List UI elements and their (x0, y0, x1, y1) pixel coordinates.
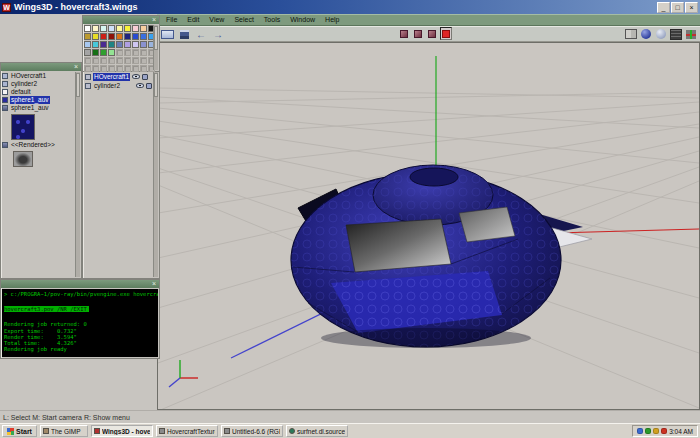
taskbar-button[interactable]: Untitled-6.6 (RGB, 1 lay... (221, 425, 283, 437)
palette-window-header[interactable]: × (83, 16, 159, 24)
lock-icon[interactable] (142, 74, 148, 80)
palette-empty-cell[interactable] (116, 49, 123, 56)
palette-empty-cell[interactable] (116, 65, 123, 72)
palette-swatch[interactable] (92, 33, 99, 40)
menu-item-select[interactable]: Select (229, 14, 258, 25)
edge-mode-icon[interactable] (412, 27, 424, 40)
console-window-header[interactable]: × (1, 280, 159, 288)
outliner-item[interactable]: cylinder2 (2, 80, 74, 88)
texture-thumbnail[interactable] (11, 114, 35, 140)
palette-swatch[interactable] (100, 25, 107, 32)
taskbar-button[interactable]: surfnet.dl.sourceforge.n... (286, 425, 348, 437)
close-icon[interactable]: × (150, 17, 158, 24)
palette-swatch[interactable] (124, 41, 131, 48)
palette-empty-cell[interactable] (132, 65, 139, 72)
palette-swatch[interactable] (108, 33, 115, 40)
viewport-canvas[interactable] (158, 43, 699, 409)
menu-item-help[interactable]: Help (320, 14, 344, 25)
palette-swatch[interactable] (140, 25, 147, 32)
menu-item-file[interactable]: File (161, 14, 182, 25)
outliner-item[interactable]: <<Rendered>> (2, 141, 74, 149)
menu-item-edit[interactable]: Edit (182, 14, 204, 25)
menu-item-window[interactable]: Window (285, 14, 320, 25)
palette-scrollbar[interactable] (153, 25, 158, 70)
palette-empty-cell[interactable] (92, 65, 99, 72)
palette-swatch[interactable] (92, 25, 99, 32)
open-icon[interactable] (160, 28, 174, 40)
outliner-item[interactable]: sphere1_auv (2, 96, 74, 104)
smooth-view-icon[interactable] (654, 28, 667, 40)
close-icon[interactable]: × (150, 281, 158, 288)
outliner-item[interactable]: default (2, 88, 74, 96)
palette-empty-cell[interactable] (124, 49, 131, 56)
outliner-scrollbar[interactable] (75, 72, 80, 277)
face-mode-icon[interactable] (426, 27, 438, 40)
wireframe-view-icon[interactable] (669, 28, 682, 40)
taskbar-button[interactable]: HovercraftTexture.xcf-2... (156, 425, 218, 437)
palette-swatch[interactable] (100, 41, 107, 48)
palette-swatch[interactable] (124, 25, 131, 32)
palette-swatch[interactable] (140, 33, 147, 40)
axes-view-icon[interactable] (684, 28, 697, 40)
palette-empty-cell[interactable] (124, 57, 131, 64)
eye-icon[interactable] (132, 74, 140, 79)
palette-empty-cell[interactable] (100, 57, 107, 64)
shaded-view-icon[interactable] (639, 28, 652, 40)
close-icon[interactable]: × (72, 64, 80, 71)
palette-swatch[interactable] (84, 49, 91, 56)
eye-icon[interactable] (136, 83, 144, 88)
palette-empty-cell[interactable] (132, 57, 139, 64)
palette-swatch[interactable] (84, 41, 91, 48)
palette-swatch[interactable] (132, 33, 139, 40)
palette-swatch[interactable] (140, 41, 147, 48)
palette-empty-cell[interactable] (140, 57, 147, 64)
palette-swatch[interactable] (84, 25, 91, 32)
lock-icon[interactable] (146, 83, 152, 89)
palette-swatch[interactable] (92, 49, 99, 56)
workspace-view-icon[interactable] (624, 28, 637, 40)
viewport-3d[interactable] (157, 42, 700, 410)
palette-empty-cell[interactable] (84, 65, 91, 72)
palette-empty-cell[interactable] (140, 65, 147, 72)
palette-swatch[interactable] (108, 25, 115, 32)
palette-empty-cell[interactable] (100, 65, 107, 72)
palette-swatch[interactable] (108, 41, 115, 48)
vertex-mode-icon[interactable] (398, 27, 410, 40)
save-icon[interactable] (177, 28, 191, 40)
tray-icon-3[interactable] (653, 428, 659, 434)
maximize-button[interactable]: □ (671, 2, 684, 13)
geometry-graph-scrollbar[interactable] (153, 72, 158, 277)
undo-icon[interactable] (194, 28, 208, 40)
outliner-item[interactable]: HOvercraft1 (2, 72, 74, 80)
redo-icon[interactable] (211, 28, 225, 40)
palette-swatch[interactable] (100, 49, 107, 56)
body-mode-icon[interactable] (440, 27, 452, 40)
window-titlebar[interactable]: W Wings3D - hovercraft3.wings _ □ × (0, 0, 700, 14)
palette-swatch[interactable] (124, 33, 131, 40)
tray-icon-1[interactable] (637, 428, 643, 434)
tray-icon-4[interactable] (661, 428, 667, 434)
palette-empty-cell[interactable] (116, 57, 123, 64)
palette-empty-cell[interactable] (124, 65, 131, 72)
palette-empty-cell[interactable] (108, 57, 115, 64)
taskbar-button[interactable]: The GIMP (40, 425, 88, 437)
outliner-window-header[interactable]: × (1, 63, 81, 71)
palette-swatch[interactable] (116, 41, 123, 48)
palette-empty-cell[interactable] (84, 57, 91, 64)
start-button[interactable]: Start (2, 425, 37, 437)
minimize-button[interactable]: _ (657, 2, 670, 13)
taskbar-button[interactable]: Wings3D - hovercraf... (91, 425, 153, 437)
outliner-item[interactable]: sphere1_auv (2, 104, 74, 112)
tray-icon-2[interactable] (645, 428, 651, 434)
palette-empty-cell[interactable] (132, 49, 139, 56)
palette-empty-cell[interactable] (108, 65, 115, 72)
menu-item-view[interactable]: View (204, 14, 229, 25)
menu-item-tools[interactable]: Tools (259, 14, 285, 25)
geometry-graph-item[interactable]: cylinder2 (84, 81, 152, 90)
palette-swatch[interactable] (100, 33, 107, 40)
palette-swatch[interactable] (116, 33, 123, 40)
palette-swatch[interactable] (108, 49, 115, 56)
close-button[interactable]: × (685, 2, 698, 13)
palette-empty-cell[interactable] (92, 57, 99, 64)
rendered-thumbnail[interactable] (13, 151, 33, 167)
